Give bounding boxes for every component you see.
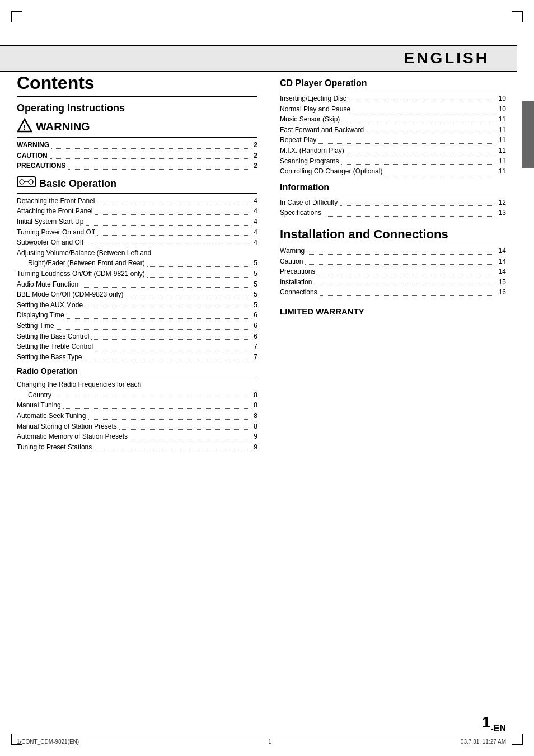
svg-point-4 [29,180,33,184]
toc-dots [54,390,251,399]
language-header: ENGLISH [0,45,517,72]
toc-item: Attaching the Front Panel 4 [17,206,257,217]
toc-page: 12 [499,198,506,208]
toc-label: Manual Tuning [17,400,61,411]
warning-divider [17,137,257,138]
toc-label: Connections [280,287,317,298]
info-items-list: In Case of Difficulty 12 Specifications … [280,198,506,218]
footer: 1/CONT_CDM-9821(EN) 1 03.7.31, 11:27 AM [17,736,506,745]
toc-label: Setting the Treble Control [17,341,93,352]
warning-section-heading: ! WARNING [17,118,257,136]
toc-page: 4 [254,227,257,238]
toc-label: Warning [280,246,305,256]
toc-page: 7 [254,352,257,363]
warning-label: WARNING [36,120,90,133]
toc-dots [385,166,496,175]
radio-items-list: Changing the Radio Frequencies for each … [17,379,257,452]
toc-item: Setting the Bass Control 6 [17,331,257,342]
toc-item: BBE Mode On/Off (CDM-9823 only) 5 [17,289,257,300]
section-operating-instructions: Operating Instructions [17,102,257,114]
language-label: ENGLISH [404,49,489,67]
toc-label: Automatic Seek Tuning [17,411,86,421]
toc-label: Caution [280,256,303,267]
toc-item: Manual Tuning 8 [17,400,257,411]
basic-op-divider [17,193,257,194]
toc-label: Initial System Start-Up [17,217,83,227]
toc-label: M.I.X. (Random Play) [280,145,344,156]
toc-label: Setting the Bass Type [17,352,82,363]
toc-dots [318,135,496,144]
toc-item: Audio Mute Function 5 [17,279,257,290]
toc-dots [314,277,496,286]
right-side-tab [522,101,534,168]
toc-item: Turning Power On and Off 4 [17,227,257,238]
corner-mark-tl [11,11,22,22]
toc-page: 11 [499,145,506,156]
toc-dots [86,217,251,226]
toc-page: 9 [254,431,257,442]
toc-page: 16 [499,287,506,298]
toc-page: 11 [499,166,506,177]
toc-label: Detaching the Front Panel [17,196,95,206]
toc-label: Inserting/Ejecting Disc [280,93,346,104]
toc-item-multiline: Adjusting Volume/Balance (Between Left a… [17,248,257,269]
toc-item: Manual Storing of Station Presets 8 [17,421,257,432]
toc-item-precautions: PRECAUTIONS 2 [17,161,257,171]
cd-player-heading: CD Player Operation [280,78,506,88]
toc-dots [91,331,251,340]
toc-label: Setting the AUX Mode [17,300,83,311]
toc-label: Precautions [280,266,315,277]
toc-page: 10 [499,93,506,104]
toc-page: 6 [254,310,257,321]
toc-label: Tuning to Preset Stations [17,442,92,453]
toc-dots [353,104,496,113]
toc-dots [95,206,251,215]
toc-label: Adjusting Volume/Balance (Between Left a… [17,249,151,257]
svg-text:!: ! [24,123,26,132]
toc-label: Changing the Radio Frequencies for each [17,381,141,388]
toc-dots [305,256,496,265]
toc-item: Controlling CD Changer (Optional) 11 [280,166,506,177]
toc-item-second-line: Right)/Fader (Between Front and Rear) 5 [17,258,257,269]
toc-page: 5 [254,300,257,311]
toc-item: Detaching the Front Panel 4 [17,196,257,206]
toc-dots [94,442,251,451]
toc-page: 2 [254,140,257,151]
corner-mark-tr [512,11,523,22]
toc-item: M.I.X. (Random Play) 11 [280,145,506,156]
toc-item: In Case of Difficulty 12 [280,198,506,208]
toc-item: Automatic Memory of Station Presets 9 [17,431,257,442]
toc-item: Warning 14 [280,246,506,256]
toc-item: Setting the Bass Type 7 [17,352,257,363]
toc-dots [81,279,251,288]
basic-operation-heading: Basic Operation [17,176,257,192]
corner-mark-br [512,734,523,745]
toc-page: 13 [499,208,506,218]
toc-page: 8 [254,421,257,432]
toc-page: 5 [254,269,257,279]
toc-page: 8 [254,400,257,411]
toc-dots [320,287,496,296]
toc-dots [85,352,252,361]
toc-page: 8 [254,411,257,421]
toc-item: Installation 15 [280,277,506,288]
toc-label: Setting Time [17,321,54,331]
limited-warranty-heading: LIMITED WARRANTY [280,307,506,316]
toc-page: 5 [254,289,257,300]
toc-dots [68,161,251,170]
toc-item: Setting Time 6 [17,321,257,331]
toc-label: Attaching the Front Panel [17,206,92,217]
toc-dots [340,198,496,206]
toc-item: Tuning to Preset Stations 9 [17,442,257,453]
toc-label: Controlling CD Changer (Optional) [280,166,382,177]
toc-page: 11 [499,135,506,145]
toc-dots [97,227,251,236]
toc-item-multiline: Changing the Radio Frequencies for each … [17,379,257,400]
toc-dots [317,266,496,275]
toc-item: Music Sensor (Skip) 11 [280,114,506,125]
toc-item: Scanning Programs 11 [280,156,506,167]
installation-heading: Installation and Connections [280,227,506,243]
toc-label: Repeat Play [280,135,316,145]
toc-item: Setting the Treble Control 7 [17,341,257,352]
svg-point-3 [20,180,24,184]
